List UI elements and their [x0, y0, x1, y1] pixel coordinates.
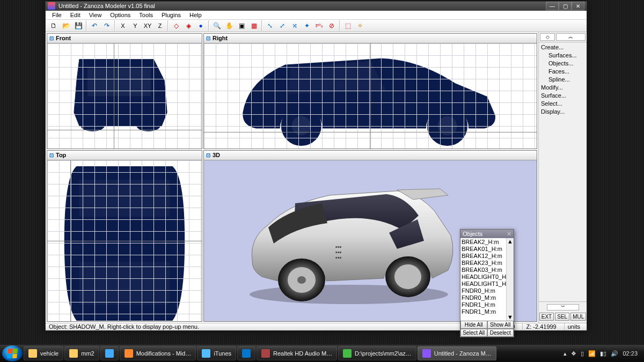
side-surfaces[interactable]: Surfaces... [541, 51, 584, 60]
tray-network-icon[interactable]: ❖ [571, 350, 576, 357]
tray-action-icon[interactable]: ▯ [581, 350, 584, 357]
side-display[interactable]: Display... [541, 108, 584, 116]
side-collapse-icon[interactable]: ◇ [540, 33, 555, 41]
sphere-icon[interactable]: ● [195, 20, 207, 32]
viewport-top-label: Top [56, 152, 66, 158]
list-item[interactable]: BREAK03_H:m [462, 267, 513, 274]
viewport-toggle-icon[interactable]: ⊡ [49, 152, 54, 158]
diamond-icon[interactable]: ◈ [182, 20, 194, 32]
tray-chevron-icon[interactable]: ▴ [564, 350, 567, 357]
cube-icon[interactable]: ◇ [170, 20, 182, 32]
scale-z-icon[interactable]: ⤨ [289, 20, 301, 32]
tray-volume-icon[interactable]: 🔊 [611, 350, 618, 357]
start-button[interactable] [2, 345, 23, 361]
taskbar-item[interactable]: Modifications - Mid… [120, 346, 196, 360]
select-add-icon[interactable]: ✧ [354, 20, 366, 32]
deselect-button[interactable]: Deselect [487, 329, 514, 337]
side-select[interactable]: Select... [541, 100, 584, 108]
maximize-button[interactable]: ▢ [559, 2, 572, 10]
side-surface[interactable]: Surface... [541, 92, 584, 100]
tray-battery-icon[interactable]: ▮▯ [600, 350, 606, 357]
list-item[interactable]: BREAK12_H:m [462, 253, 513, 260]
viewport-toggle-icon[interactable]: ⊡ [206, 152, 210, 158]
titlebar[interactable]: Untitled - Zanoza Modeler v1.05 final — … [46, 2, 587, 11]
list-item[interactable]: HEADLIGHT0_H [462, 274, 513, 280]
close-button[interactable]: ✕ [572, 2, 584, 10]
menu-help[interactable]: Help [185, 11, 206, 19]
menu-file[interactable]: File [48, 11, 66, 19]
toolbar: 🗋 📂 💾 ↶ ↷ X Y XY Z ◇ ◈ ● 🔍 ✋ ▣ ▦ ⤡ ⤢ ⤨ ✦… [46, 20, 587, 32]
objects-list[interactable]: BREAK2_H:m BREAK01_H:m BREAK12_H:m BREAK… [460, 238, 514, 321]
undo-icon[interactable]: ↶ [89, 20, 100, 32]
tray-wifi-icon[interactable]: 📶 [588, 350, 596, 357]
sel-button[interactable]: SEL [555, 313, 569, 321]
menu-options[interactable]: Options [106, 11, 135, 19]
viewport-toggle-icon[interactable]: ⊡ [49, 35, 54, 41]
menu-edit[interactable]: Edit [66, 11, 85, 19]
side-more-icon[interactable]: ︾ [547, 304, 579, 311]
objects-close-icon[interactable]: ✕ [507, 231, 511, 238]
taskbar-item[interactable]: Realtek HD Audio M… [257, 346, 337, 360]
pan-icon[interactable]: ✋ [223, 20, 235, 32]
list-item[interactable]: FNDR0_H:m [462, 287, 513, 294]
select-rect-icon[interactable]: ⬚ [342, 20, 354, 32]
taskbar-item-label: Realtek HD Audio M… [273, 350, 332, 357]
circle-slash-icon[interactable]: ⊘ [326, 20, 338, 32]
list-item[interactable]: BREAK23_H:m [462, 260, 513, 267]
list-item[interactable]: BREAK01_H:m [462, 246, 513, 253]
svg-point-14 [394, 264, 421, 289]
scale-uniform-icon[interactable]: ✦ [301, 20, 313, 32]
side-spline[interactable]: Spline... [541, 76, 584, 84]
taskbar-item[interactable]: mm2 [64, 346, 99, 360]
fit-icon[interactable]: ▣ [236, 20, 247, 32]
zoom-icon[interactable]: 🔍 [211, 20, 223, 32]
objects-scrollbar[interactable]: ▲▼ [506, 238, 514, 321]
taskbar: vehiclemm2Modifications - Mid…iTunesReal… [0, 345, 644, 362]
axis-x-button[interactable]: X [117, 20, 129, 32]
axis-y-button[interactable]: Y [129, 20, 141, 32]
list-item[interactable]: FNDR1_H:m [462, 301, 513, 308]
menu-view[interactable]: View [85, 11, 106, 19]
side-objects[interactable]: Objects... [541, 60, 584, 68]
viewport-front[interactable]: ⊡Front [47, 33, 202, 149]
hide-all-button[interactable]: Hide All [460, 321, 487, 329]
taskbar-item[interactable]: D:\projects\mm2\az… [338, 346, 416, 360]
list-item[interactable]: FNDR0_M:m [462, 294, 513, 301]
open-icon[interactable]: 📂 [60, 20, 72, 32]
side-faces[interactable]: Faces... [541, 68, 584, 76]
menu-plugins[interactable]: Plugins [157, 11, 185, 19]
pso-button[interactable]: P⁹₀ [313, 20, 325, 32]
axis-xy-button[interactable]: XY [142, 20, 153, 32]
taskbar-item[interactable]: vehicle [24, 346, 63, 360]
show-all-button[interactable]: Show All [487, 321, 514, 329]
mul-button[interactable]: MUL [570, 313, 586, 321]
minimize-button[interactable]: — [546, 2, 559, 10]
ext-button[interactable]: EXT [539, 313, 554, 321]
axis-z-button[interactable]: Z [154, 20, 166, 32]
new-icon[interactable]: 🗋 [48, 20, 60, 32]
side-modify[interactable]: Modify... [541, 84, 584, 92]
viewport-top[interactable]: ⊡Top [47, 150, 202, 322]
viewport-toggle-icon[interactable]: ⊡ [206, 35, 210, 41]
list-item[interactable]: FNDR1_M:m [462, 308, 513, 315]
tray-clock[interactable]: 02:23 [623, 350, 638, 357]
taskbar-app-icon [125, 349, 133, 358]
redo-icon[interactable]: ↷ [101, 20, 113, 32]
scale-y-icon[interactable]: ⤢ [276, 20, 288, 32]
viewport-right[interactable]: ⊡Right [203, 33, 537, 149]
save-icon[interactable]: 💾 [72, 20, 84, 32]
list-item[interactable]: BREAK2_H:m [462, 239, 513, 246]
taskbar-item[interactable] [237, 346, 255, 360]
menu-tools[interactable]: Tools [135, 11, 157, 19]
taskbar-item[interactable] [100, 346, 119, 360]
side-create[interactable]: Create... [541, 43, 584, 51]
objects-panel[interactable]: Objects✕ BREAK2_H:m BREAK01_H:m BREAK12_… [460, 229, 514, 337]
system-tray[interactable]: ▴ ❖ ▯ 📶 ▮▯ 🔊 02:23 [559, 350, 642, 357]
list-item[interactable]: HEADLIGHT1_H [462, 280, 513, 287]
taskbar-item[interactable]: Untitled - Zanoza M… [418, 346, 496, 360]
select-all-button[interactable]: Select All [460, 329, 487, 337]
scale-x-icon[interactable]: ⤡ [264, 20, 276, 32]
region-icon[interactable]: ▦ [248, 20, 260, 32]
side-expand-icon[interactable]: ︽ [556, 33, 586, 41]
taskbar-item[interactable]: iTunes [197, 346, 236, 360]
